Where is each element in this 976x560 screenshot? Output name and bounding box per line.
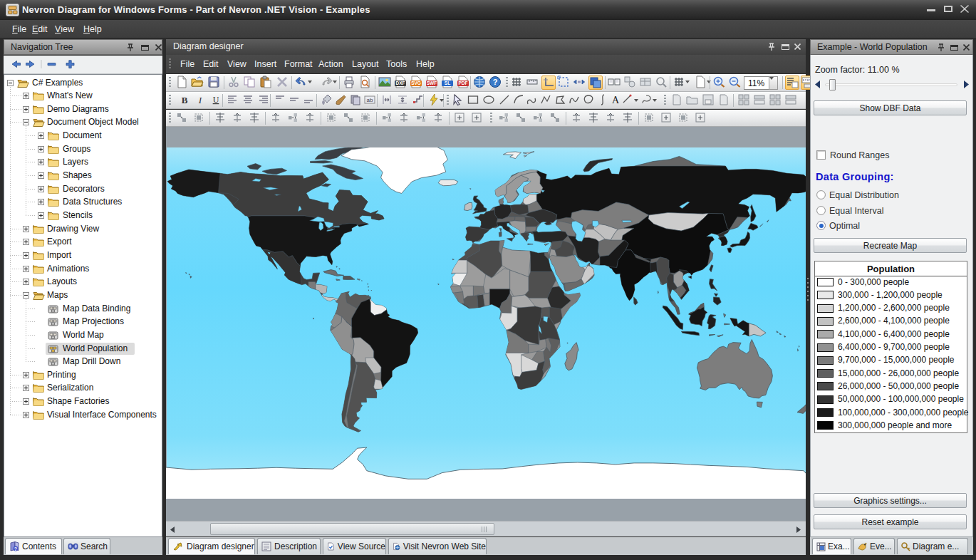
- svg-text:?: ?: [14, 546, 17, 551]
- svg-text:SWF: SWF: [427, 81, 437, 85]
- svg-text:I: I: [198, 95, 202, 105]
- svg-text:ab: ab: [367, 97, 373, 103]
- svg-text:SL: SL: [445, 81, 450, 85]
- svg-text:B: B: [182, 95, 188, 105]
- svg-text:DXF: DXF: [396, 81, 405, 85]
- svg-text:A: A: [612, 95, 620, 105]
- svg-text:PDF: PDF: [459, 81, 468, 85]
- svg-text:U: U: [213, 95, 219, 105]
- svg-text:?: ?: [493, 78, 498, 86]
- svg-text:SVG: SVG: [411, 81, 421, 85]
